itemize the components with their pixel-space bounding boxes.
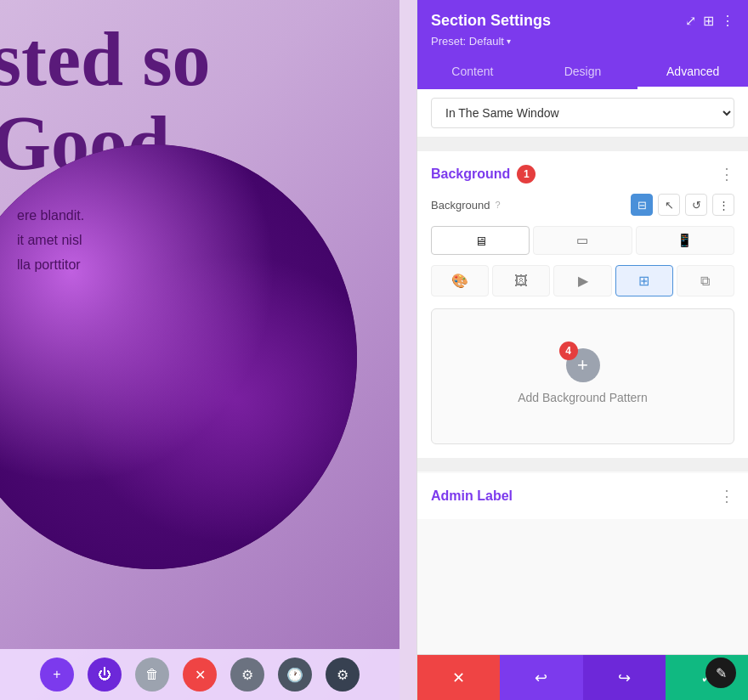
slideshow-icon: ⧉ xyxy=(700,274,710,289)
bg-help-icon[interactable]: ? xyxy=(495,200,500,210)
body-text-line2: it amet nisl xyxy=(17,229,84,253)
preset-arrow-icon[interactable]: ▾ xyxy=(507,37,511,46)
mobile-icon: 📱 xyxy=(677,233,693,248)
bg-label: Background xyxy=(431,199,490,212)
video-icon: ▶ xyxy=(578,273,588,289)
edit-icon: ✎ xyxy=(716,665,727,681)
admin-title: Admin Label xyxy=(431,488,513,504)
badge-1: 1 xyxy=(517,165,536,183)
bg-more-button[interactable]: ⋮ xyxy=(712,194,734,216)
bg-section-header: Background 1 ⋮ xyxy=(431,165,734,183)
panel-title: Section Settings xyxy=(431,12,551,30)
trash-button[interactable]: 🗑 xyxy=(135,658,169,692)
window-dropdown[interactable]: In The Same Window New Window Lightbox xyxy=(431,98,734,128)
pattern-icon: ⊞ xyxy=(638,273,649,289)
section-settings-panel: Section Settings ⤢ ⊞ ⋮ Preset: Default ▾… xyxy=(416,0,748,700)
footer-cancel-button[interactable]: ✕ xyxy=(417,655,500,700)
edit-fab-button[interactable]: ✎ xyxy=(706,658,736,688)
bg-reset-button[interactable]: ↺ xyxy=(685,194,707,216)
left-background: sted so Good ere blandit. it amet nisl l… xyxy=(0,0,400,700)
dropdown-row: In The Same Window New Window Lightbox xyxy=(417,89,748,138)
device-row: 🖥 ▭ 📱 xyxy=(431,226,734,255)
admin-label-section: Admin Label ⋮ xyxy=(417,473,748,519)
tab-advanced[interactable]: Advanced xyxy=(638,56,748,89)
add-pattern-icon-circle: + 4 xyxy=(566,348,600,382)
desktop-icon: 🖥 xyxy=(474,234,487,248)
tab-design[interactable]: Design xyxy=(528,56,638,89)
sliders-button[interactable]: ⚙ xyxy=(326,658,360,692)
redo-icon: ↪ xyxy=(618,669,631,687)
more-vert-icon[interactable]: ⋮ xyxy=(721,13,734,29)
bg-type-video[interactable]: ▶ xyxy=(553,265,611,296)
footer-undo-button[interactable]: ↩ xyxy=(500,655,582,700)
bg-cursor-button[interactable]: ↖ xyxy=(658,194,680,216)
bg-controls: ⊟ ↖ ↺ ⋮ xyxy=(631,194,734,216)
bg-type-color[interactable]: 🎨 xyxy=(431,265,489,296)
panel-header: Section Settings ⤢ ⊞ ⋮ Preset: Default ▾ xyxy=(417,0,748,56)
bottom-toolbar: + ⏻ 🗑 ✕ ⚙ 🕐 ⚙ xyxy=(0,649,400,700)
bg-type-image[interactable]: 🖼 xyxy=(492,265,550,296)
columns-icon[interactable]: ⊞ xyxy=(703,13,714,29)
history-button[interactable]: 🕐 xyxy=(278,658,312,692)
body-text-line3: lla porttitor xyxy=(17,253,84,278)
panel-header-icons: ⤢ ⊞ ⋮ xyxy=(685,13,734,29)
bg-box-button[interactable]: ⊟ xyxy=(631,194,653,216)
power-button[interactable]: ⏻ xyxy=(88,658,122,692)
badge-4: 4 xyxy=(559,342,578,360)
expand-icon[interactable]: ⤢ xyxy=(685,13,696,29)
hero-line1: sted so xyxy=(0,17,211,101)
section-divider-1 xyxy=(417,138,748,151)
preset-row: Preset: Default ▾ xyxy=(431,35,734,48)
device-tablet-button[interactable]: ▭ xyxy=(533,226,632,255)
tablet-icon: ▭ xyxy=(576,233,588,248)
bg-title-row: Background 1 xyxy=(431,165,536,183)
undo-icon: ↩ xyxy=(535,669,547,687)
settings-button[interactable]: ⚙ xyxy=(230,658,264,692)
color-icon: 🎨 xyxy=(451,273,468,289)
footer-redo-button[interactable]: ↪ xyxy=(583,655,666,700)
add-pattern-area[interactable]: + 4 Add Background Pattern xyxy=(431,308,734,444)
body-text-line1: ere blandit. xyxy=(17,204,84,229)
admin-more-icon[interactable]: ⋮ xyxy=(719,487,734,505)
bg-type-slideshow[interactable]: ⧉ xyxy=(677,265,734,296)
device-desktop-button[interactable]: 🖥 xyxy=(431,226,530,255)
bg-label-row: Background ? ⊟ ↖ ↺ ⋮ xyxy=(431,194,734,216)
panel-tabs: Content Design Advanced xyxy=(417,56,748,89)
device-mobile-button[interactable]: 📱 xyxy=(636,226,734,255)
bg-section-title: Background xyxy=(431,167,510,182)
add-pattern-label: Add Background Pattern xyxy=(518,391,648,404)
bg-section-more-icon[interactable]: ⋮ xyxy=(719,165,734,183)
plus-icon: + xyxy=(577,354,588,376)
tab-content[interactable]: Content xyxy=(417,56,528,89)
bg-type-row: 🎨 🖼 ▶ ⊞ ⧉ xyxy=(431,265,734,296)
bg-type-pattern[interactable]: ⊞ xyxy=(615,265,673,296)
close-button[interactable]: ✕ xyxy=(183,658,217,692)
admin-header: Admin Label ⋮ xyxy=(431,487,734,505)
background-section: Background 1 ⋮ Background ? ⊟ ↖ ↺ ⋮ xyxy=(417,151,748,458)
body-text: ere blandit. it amet nisl lla porttitor xyxy=(17,204,84,277)
image-icon: 🖼 xyxy=(514,274,528,289)
add-button[interactable]: + xyxy=(40,658,74,692)
section-divider-2 xyxy=(417,458,748,471)
panel-title-row: Section Settings ⤢ ⊞ ⋮ xyxy=(431,12,734,30)
cancel-icon: ✕ xyxy=(452,669,465,687)
panel-body: In The Same Window New Window Lightbox B… xyxy=(417,89,748,654)
preset-label[interactable]: Preset: Default xyxy=(431,35,504,48)
panel-footer: ✕ ↩ ↪ ✓ xyxy=(417,654,748,700)
